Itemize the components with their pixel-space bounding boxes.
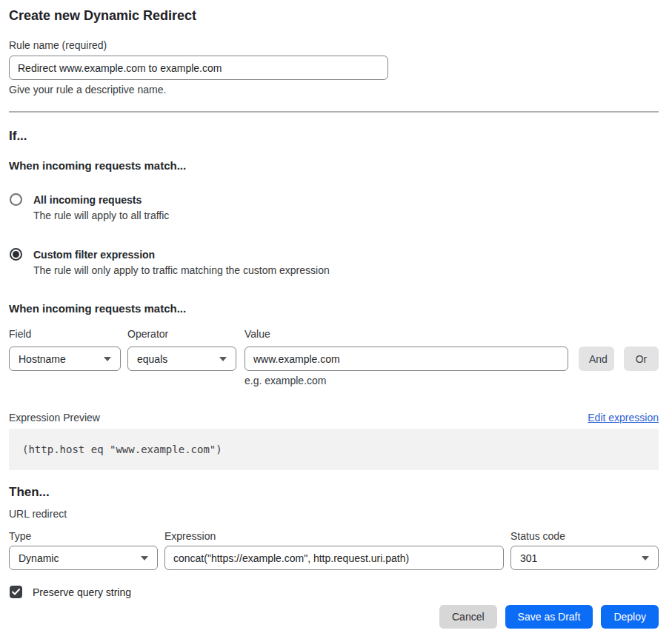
deploy-button[interactable]: Deploy (601, 605, 659, 629)
expression-label: Expression (164, 530, 504, 543)
radio-option-all-incoming-requests[interactable]: All incoming requests The rule will appl… (9, 193, 659, 222)
type-select[interactable]: Dynamic (9, 546, 158, 570)
then-controls-row: Type Dynamic Expression Status code 301 (9, 530, 659, 570)
create-redirect-form: Create new Dynamic Redirect Rule name (r… (0, 0, 672, 636)
filter-builder-row: Field Hostname Operator equals Value e.g… (9, 328, 659, 387)
form-actions: Cancel Save as Draft Deploy (9, 605, 659, 629)
page-title: Create new Dynamic Redirect (9, 7, 659, 24)
checkmark-icon (12, 589, 20, 595)
operator-select-value: equals (137, 353, 167, 365)
radio-option-custom-filter-expression[interactable]: Custom filter expression The rule will o… (9, 248, 659, 277)
chevron-down-icon (141, 556, 148, 560)
operator-label: Operator (127, 328, 236, 341)
expression-preview-header: Expression Preview Edit expression (9, 412, 659, 424)
type-select-value: Dynamic (19, 552, 59, 564)
expression-preview-label: Expression Preview (9, 412, 100, 424)
then-heading: Then... (9, 484, 659, 500)
or-button[interactable]: Or (624, 347, 659, 371)
value-label: Value (244, 328, 568, 341)
status-code-select-value: 301 (520, 552, 537, 564)
rule-name-helper: Give your rule a descriptive name. (9, 84, 659, 96)
builder-heading: When incoming requests match... (9, 301, 659, 315)
preserve-query-string-label: Preserve query string (33, 586, 131, 598)
value-input[interactable] (244, 347, 568, 371)
operator-select[interactable]: equals (127, 347, 236, 371)
checkbox-checked-icon[interactable] (10, 586, 22, 598)
chevron-down-icon (104, 357, 111, 361)
status-code-label: Status code (510, 530, 659, 543)
rule-name-input[interactable] (9, 56, 388, 80)
chevron-down-icon (219, 357, 227, 361)
field-select[interactable]: Hostname (9, 347, 121, 371)
radio-description: The rule will only apply to traffic matc… (33, 264, 330, 277)
radio-label: Custom filter expression (33, 248, 330, 261)
radio-label: All incoming requests (33, 193, 169, 207)
expression-input[interactable] (164, 546, 504, 570)
if-match-heading: When incoming requests match... (9, 158, 659, 173)
and-button[interactable]: And (579, 347, 614, 371)
status-code-select[interactable]: 301 (510, 546, 659, 570)
expression-preview-code: (http.host eq "www.example.com") (22, 443, 222, 455)
if-heading: If... (9, 128, 659, 144)
field-label: Field (9, 328, 121, 341)
field-select-value: Hostname (19, 353, 66, 365)
radio-button-icon[interactable] (10, 248, 22, 261)
radio-description: The rule will apply to all traffic (33, 209, 169, 222)
type-label: Type (9, 530, 158, 543)
section-divider (9, 111, 659, 113)
rule-name-label: Rule name (required) (9, 39, 659, 52)
expression-preview-box: (http.host eq "www.example.com") (9, 429, 659, 470)
edit-expression-link[interactable]: Edit expression (588, 412, 659, 424)
radio-button-icon[interactable] (10, 193, 22, 206)
url-redirect-label: URL redirect (9, 508, 659, 520)
save-as-draft-button[interactable]: Save as Draft (505, 605, 593, 629)
value-helper: e.g. example.com (244, 375, 568, 387)
cancel-button[interactable]: Cancel (439, 605, 497, 629)
preserve-query-string-option[interactable]: Preserve query string (9, 586, 659, 598)
chevron-down-icon (642, 556, 649, 560)
